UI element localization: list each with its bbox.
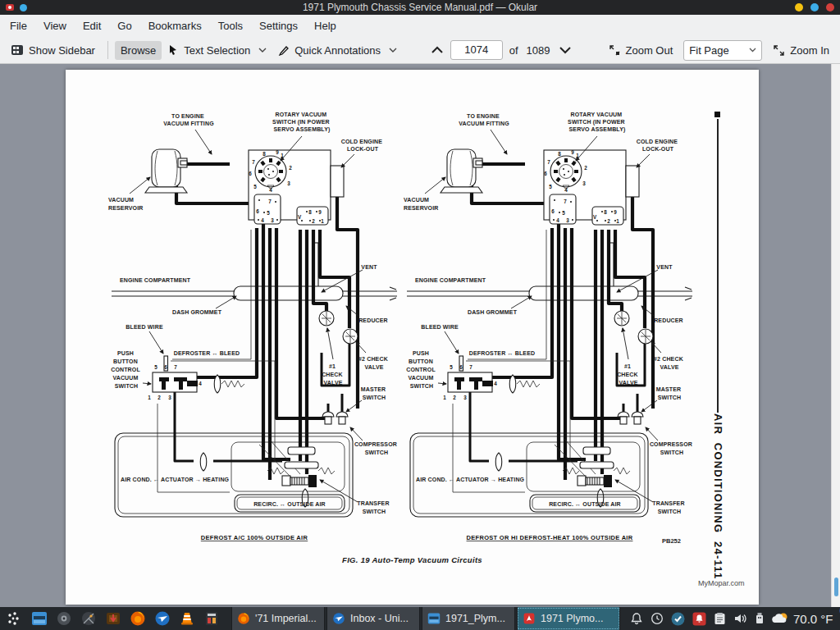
applications-menu-icon[interactable] <box>7 610 23 627</box>
rotary-number: 6 <box>544 171 547 176</box>
menu-bookmarks[interactable]: Bookmarks <box>140 16 210 35</box>
settings-icon[interactable] <box>56 610 72 627</box>
svg-text:#1 CHECK VALVE: #1 CHECK VALVE <box>322 363 345 386</box>
weather-icon[interactable] <box>772 612 790 626</box>
vlc-icon[interactable] <box>179 610 195 627</box>
svg-text:ROTARY VACUUM SWITCH (IN: ROTARY VACUUM SWITCH (IN POWER SERVO ASS… <box>568 112 627 133</box>
taskbar-window-thunderbird[interactable]: Inbox - Uni... <box>326 607 420 630</box>
firefox-icon[interactable] <box>130 610 146 627</box>
menu-file[interactable]: File <box>2 16 35 35</box>
scrollbar-thumb[interactable] <box>834 578 838 596</box>
menu-go[interactable]: Go <box>109 16 139 35</box>
svg-text:COLD ENGINE LOCK-OUT: COLD ENGINE LOCK-OUT <box>341 139 384 152</box>
zoom-in-button[interactable]: Zoom In <box>767 41 835 60</box>
page-down-button[interactable] <box>559 46 572 54</box>
rotary-number: 7 <box>252 159 255 165</box>
rotary-number: 9 <box>276 149 279 155</box>
taskbar-window-firefox[interactable]: '71 Imperial... <box>231 607 325 630</box>
calculator-icon[interactable] <box>203 610 220 627</box>
taskbar-window-filemanager[interactable]: 1971_Plym... <box>422 607 515 630</box>
clock-applet-icon[interactable] <box>651 612 664 625</box>
connector_b-number: 2 <box>312 218 315 224</box>
temperature-readout[interactable]: 70.0 °F <box>793 612 833 626</box>
switch-connectors <box>618 412 643 424</box>
vacuum-reservoir <box>441 149 482 193</box>
clipboard-icon[interactable] <box>714 612 726 625</box>
connector_a-number: 7 <box>564 199 567 204</box>
menu-tools[interactable]: Tools <box>210 16 251 35</box>
connector_b-number: 8 <box>308 209 312 215</box>
show-sidebar-label: Show Sidebar <box>29 44 95 57</box>
pushbutton-number: 1 <box>148 395 151 400</box>
zoom-in-icon <box>773 44 785 57</box>
svg-text:TRANSFER SWITCH: TRANSFER SWITCH <box>652 500 686 514</box>
updates-ok-icon[interactable] <box>671 612 685 626</box>
svg-text:RECIRC. ↔ OUTSIDE AIR: RECIRC. ↔ OUTSIDE AIR <box>253 501 326 507</box>
notifications-icon[interactable] <box>630 612 643 625</box>
browse-button[interactable]: Browse <box>115 41 162 60</box>
alarm-icon[interactable] <box>692 612 706 626</box>
connector_a-number: 4 <box>261 217 264 223</box>
vertical-scrollbar[interactable] <box>831 64 840 607</box>
push-button-switch <box>448 372 493 392</box>
maximize-button[interactable] <box>810 3 819 11</box>
svg-text:TO ENGINE VACUUM FITTING: TO ENGINE VACUUM FITTING <box>459 113 509 126</box>
taskbar-window-okular-active[interactable]: 1971 Plymo... <box>517 607 620 630</box>
browse-label: Browse <box>121 44 156 57</box>
svg-text:COLD ENGINE LOCK-OUT: COLD ENGINE LOCK-OUT <box>637 139 679 152</box>
pushbutton-number: 6 <box>164 364 167 370</box>
screenshot-tool-icon[interactable] <box>80 610 97 627</box>
volume-icon[interactable] <box>733 612 747 625</box>
text-selection-button[interactable]: Text Selection <box>162 41 272 60</box>
removable-device-icon[interactable] <box>755 612 765 625</box>
of-label: of <box>509 44 518 57</box>
pdf-page: TO ENGINE VACUUM FITTING ROTARY VACUUM S… <box>66 70 759 605</box>
connector_b-number: 9 <box>318 209 322 215</box>
zoom-out-button[interactable]: Zoom Out <box>603 41 679 60</box>
svg-text:PUSH BUTTON CONTRO: PUSH BUTTON CONTROL VACUUM SWITCH <box>111 350 142 389</box>
svg-text:VACUUM RESERVOIR: VACUUM RESERVOIR <box>404 197 438 211</box>
zoom-mode-select[interactable]: Fit Page <box>683 40 762 61</box>
minimize-button[interactable] <box>795 3 803 11</box>
menu-view[interactable]: View <box>35 16 75 35</box>
quick-annotations-button[interactable]: Quick Annotations <box>272 41 403 60</box>
menu-help[interactable]: Help <box>306 16 345 35</box>
page-rule <box>717 119 719 413</box>
text-selection-label: Text Selection <box>184 44 250 57</box>
svg-text:VENT: VENT <box>656 264 673 270</box>
svg-text:MASTER SWITCH: MASTER SWITCH <box>656 386 683 400</box>
rotary-number: 4 <box>269 187 272 193</box>
file-manager-icon[interactable] <box>31 610 48 627</box>
connector_b-number: 2 <box>607 218 610 224</box>
page-rule-square <box>714 112 720 117</box>
menu-edit[interactable]: Edit <box>75 16 109 35</box>
package-installer-icon[interactable] <box>105 610 121 627</box>
diagram-left: TO ENGINE VACUUM FITTING ROTARY VACUUM S… <box>107 107 402 546</box>
pushbutton-number: 7 <box>174 364 177 370</box>
svg-text:TRANSFER SWITCH: TRANSFER SWITCH <box>357 500 390 514</box>
page-up-button[interactable] <box>431 46 444 54</box>
close-button[interactable] <box>826 3 834 11</box>
rotary-number: 9 <box>571 149 574 155</box>
svg-text:DASH GROMMET: DASH GROMMET <box>172 309 222 315</box>
vacuum-circuit-diagram: TO ENGINE VACUUM FITTING ROTARY VACUUM S… <box>402 107 697 546</box>
window-menu-icon[interactable] <box>20 4 27 11</box>
menu-settings[interactable]: Settings <box>251 16 306 35</box>
thunderbird-icon[interactable] <box>154 610 171 627</box>
rotary-number: 4 <box>564 187 568 193</box>
show-sidebar-button[interactable]: Show Sidebar <box>5 40 101 60</box>
pushbutton-number: 4 <box>199 381 202 386</box>
document-view[interactable]: TO ENGINE VACUUM FITTING ROTARY VACUUM S… <box>0 64 840 607</box>
rotary-number: 2 <box>289 165 292 171</box>
svg-text:DEFROSTER ↔ BLEED: DEFROSTER ↔ BLEED <box>174 350 240 356</box>
page-number-input[interactable]: 1074 <box>450 40 503 60</box>
connector_a-number: 4 <box>556 217 559 223</box>
window-label: 1971_Plym... <box>445 613 505 624</box>
pushbutton-number: 3 <box>168 395 171 400</box>
zoom-out-label: Zoom Out <box>626 44 673 57</box>
rotary-number: 1 <box>576 153 579 158</box>
rotary-number: 5 <box>549 184 552 189</box>
vacuum-reservoir <box>145 149 187 193</box>
page-total: 1089 <box>527 44 550 57</box>
tool-bar: Show Sidebar Browse Text Selection Quick… <box>0 37 840 64</box>
